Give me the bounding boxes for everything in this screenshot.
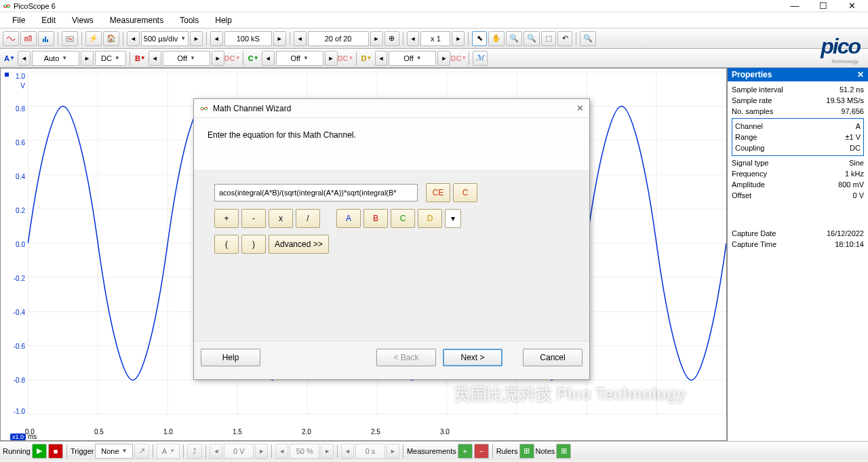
ch-d-range-prev[interactable]: ◄	[375, 51, 388, 66]
prop-capture-time-value: 18:10:14	[835, 240, 864, 248]
timebase-field[interactable]: 500 µs/div▼	[141, 31, 189, 46]
home-icon[interactable]: 🏠	[103, 31, 119, 46]
remove-measurement-icon[interactable]: −	[474, 444, 489, 459]
ch-b-coupling-disabled: DC ▼	[226, 51, 239, 66]
auto-setup-icon[interactable]	[62, 31, 78, 46]
help-button[interactable]: Help	[201, 349, 260, 366]
prop-range-label: Range	[735, 133, 757, 141]
prop-no-samples-label: No. samples	[732, 107, 773, 115]
close-button[interactable]: ✕	[844, 1, 860, 11]
undo-zoom-icon[interactable]: ↶	[557, 31, 572, 46]
prop-capture-time-label: Capture Time	[732, 240, 776, 248]
ch-d-range-next[interactable]: ►	[437, 51, 450, 66]
channel-c-button[interactable]: C	[391, 209, 415, 228]
trigger-hyst-field: 50 %	[290, 444, 319, 459]
ch-c-range-prev[interactable]: ◄	[262, 51, 275, 66]
add-measurement-icon[interactable]: +	[458, 444, 473, 459]
channel-d-label[interactable]: D ▼	[360, 51, 374, 66]
timebase-prev-button[interactable]: ◄	[127, 31, 140, 46]
marquee-zoom-icon[interactable]: 🔍	[580, 31, 596, 46]
menu-file[interactable]: File	[5, 14, 32, 26]
multiply-button[interactable]: x	[269, 209, 293, 228]
run-button[interactable]: ▶	[32, 444, 47, 459]
samples-prev-button[interactable]: ◄	[210, 31, 223, 46]
ch-b-range-prev[interactable]: ◄	[149, 51, 161, 66]
stop-button[interactable]: ■	[48, 444, 63, 459]
zoom-next-button[interactable]: ►	[452, 31, 465, 46]
notes-icon[interactable]: ⊞	[556, 444, 571, 459]
channel-a-label[interactable]: A ▼	[3, 51, 16, 66]
ch-a-range-next[interactable]: ►	[81, 51, 94, 66]
maximize-button[interactable]: ☐	[815, 1, 831, 11]
back-button: < Back	[376, 349, 436, 366]
channel-a-button[interactable]: A	[336, 209, 361, 228]
zoom-window-icon[interactable]: ⬚	[541, 31, 556, 46]
properties-title: Properties	[732, 70, 772, 79]
zoom-in-icon[interactable]: 🔍	[506, 31, 522, 46]
channel-dropdown[interactable]: ▾	[445, 209, 461, 228]
zoom-field[interactable]: x 1	[420, 31, 450, 46]
buffer-prev-button[interactable]: ◄	[294, 31, 307, 46]
channel-c-label[interactable]: C ▼	[247, 51, 260, 66]
timebase-next-button[interactable]: ►	[190, 31, 203, 46]
rulers-icon[interactable]: ⊞	[519, 444, 534, 459]
channel-b-label[interactable]: B ▼	[134, 51, 147, 66]
notes-label: Notes	[536, 447, 555, 455]
prop-signal-type-label: Signal type	[732, 159, 768, 167]
level-prev: ◄	[210, 444, 222, 459]
prop-sample-rate-value: 19.53 MS/s	[826, 96, 864, 104]
ch-a-coupling-field[interactable]: DC▼	[95, 51, 126, 66]
measurements-label: Measurements	[407, 447, 456, 455]
cancel-button[interactable]: Cancel	[523, 349, 583, 366]
wizard-close-icon[interactable]: ✕	[576, 103, 584, 113]
advanced-button[interactable]: Advanced >>	[269, 235, 329, 254]
x-axis-scale-tag[interactable]: x1.0	[10, 434, 26, 440]
ch-a-range-prev[interactable]: ◄	[18, 51, 31, 66]
minimize-button[interactable]: —	[787, 1, 803, 11]
channel-d-button[interactable]: D	[418, 209, 442, 228]
menu-views[interactable]: Views	[65, 14, 100, 26]
menu-tools[interactable]: Tools	[173, 14, 205, 26]
lparen-button[interactable]: (	[214, 235, 239, 254]
menubar: File Edit Views Measurements Tools Help	[0, 12, 868, 28]
zoom-out-icon[interactable]: 🔍	[524, 31, 540, 46]
properties-close-icon[interactable]: ✕	[857, 70, 864, 79]
trigger-tool-icon[interactable]: ↗	[134, 444, 149, 459]
rparen-button[interactable]: )	[241, 235, 266, 254]
signal-gen-icon[interactable]: ⚡	[85, 31, 102, 46]
ch-d-range-field[interactable]: Off▼	[389, 51, 436, 66]
delay-prev: ◄	[341, 444, 354, 459]
divide-button[interactable]: /	[296, 209, 320, 228]
menu-measurements[interactable]: Measurements	[103, 14, 170, 26]
math-channel-icon[interactable]: ℳ	[473, 51, 488, 66]
buffer-next-button[interactable]: ►	[370, 31, 383, 46]
clear-button[interactable]: C	[453, 183, 477, 202]
menu-edit[interactable]: Edit	[35, 14, 62, 26]
spectrum-mode-icon[interactable]	[38, 31, 54, 46]
ch-b-range-next[interactable]: ►	[212, 51, 224, 66]
minus-button[interactable]: -	[241, 209, 266, 228]
equation-input[interactable]: acos(integral(A*B)/(sqrt(integral(A*A))*…	[214, 184, 418, 201]
persistence-mode-icon[interactable]	[20, 31, 37, 46]
buffer-overview-icon[interactable]: ⊕	[384, 31, 399, 46]
samples-field[interactable]: 100 kS	[224, 31, 272, 46]
samples-next-button[interactable]: ►	[273, 31, 286, 46]
clear-entry-button[interactable]: CE	[426, 183, 450, 202]
next-button[interactable]: Next >	[443, 349, 502, 366]
channel-toolbar: A ▼ ◄ Auto▼ ► DC▼ B ▼ ◄ Off▼ ► DC ▼ C ▼ …	[0, 49, 868, 68]
trigger-edge-icon: ⤴	[187, 444, 202, 459]
channel-b-button[interactable]: B	[363, 209, 388, 228]
trigger-mode-field[interactable]: None▼	[95, 444, 133, 459]
plus-button[interactable]: +	[214, 209, 239, 228]
run-status-label: Running	[3, 447, 31, 455]
ch-a-range-field[interactable]: Auto▼	[32, 51, 79, 66]
scope-mode-icon[interactable]	[3, 31, 19, 46]
hand-tool-icon[interactable]: ✋	[488, 31, 505, 46]
ch-c-range-field[interactable]: Off▼	[276, 51, 323, 66]
pointer-tool-icon[interactable]: ⬉	[472, 31, 487, 46]
menu-help[interactable]: Help	[208, 14, 239, 26]
ch-c-range-next[interactable]: ►	[325, 51, 338, 66]
ch-b-range-field[interactable]: Off▼	[163, 51, 210, 66]
zoom-prev-button[interactable]: ◄	[407, 31, 420, 46]
buffer-nav-field[interactable]: 20 of 20	[308, 31, 369, 46]
